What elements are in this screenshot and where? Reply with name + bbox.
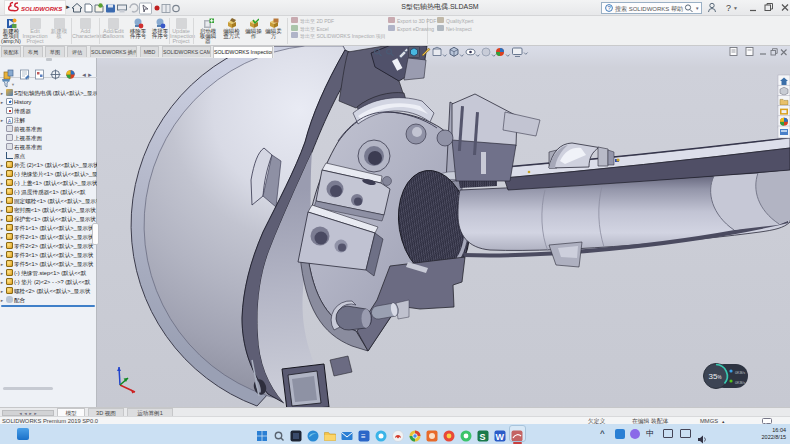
- svg-text:0KB/s: 0KB/s: [735, 371, 745, 375]
- svg-text:S: S: [480, 432, 486, 442]
- svg-text:?: ?: [726, 3, 731, 13]
- svg-text:≡: ≡: [361, 432, 366, 441]
- svg-text:▼: ▼: [695, 6, 699, 11]
- svg-text:搜索 SOLIDWORKS 帮助: 搜索 SOLIDWORKS 帮助: [615, 5, 683, 13]
- svg-text:SOLIDWORKS: SOLIDWORKS: [21, 6, 62, 12]
- svg-text:W: W: [496, 432, 505, 442]
- svg-text:0KB/s: 0KB/s: [735, 381, 745, 385]
- svg-text:▼: ▼: [733, 5, 738, 11]
- svg-text:◄►: ◄►: [81, 72, 92, 78]
